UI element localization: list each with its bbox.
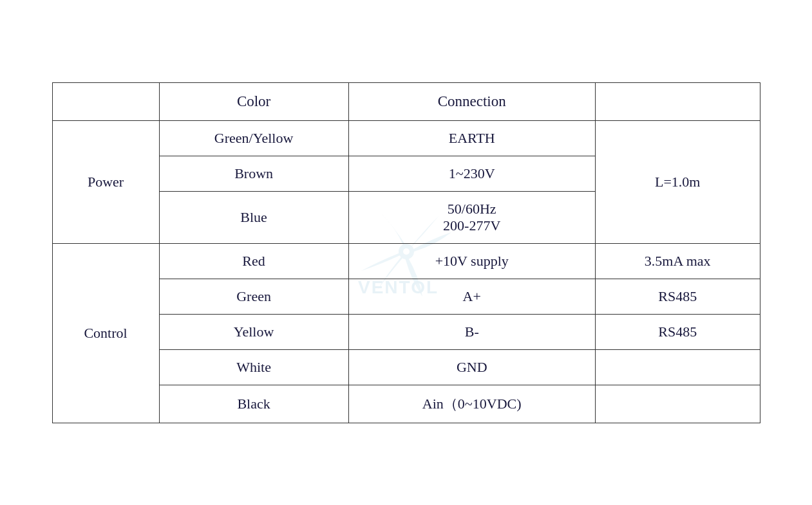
wire-connection-white: GND <box>348 349 595 385</box>
table-row: Power Green/Yellow EARTH L=1.0m <box>52 120 760 156</box>
wire-connection-black: Ain（0~10VDC) <box>348 385 595 423</box>
wiring-table: Color Connection Power Green/Yellow EART… <box>52 82 760 423</box>
table-header-row: Color Connection <box>52 82 760 120</box>
header-category <box>52 82 159 120</box>
wire-color-black: Black <box>159 385 348 423</box>
category-power: Power <box>52 120 159 243</box>
table-row: Control Red +10V supply 3.5mA max <box>52 243 760 279</box>
wire-color-blue: Blue <box>159 191 348 243</box>
wire-note-length: L=1.0m <box>595 120 760 243</box>
wire-note-rs485-yellow: RS485 <box>595 314 760 349</box>
header-connection: Connection <box>348 82 595 120</box>
wire-color-brown: Brown <box>159 156 348 191</box>
wire-color-green-yellow: Green/Yellow <box>159 120 348 156</box>
header-color: Color <box>159 82 348 120</box>
wire-color-green: Green <box>159 279 348 314</box>
wire-note-rs485-green: RS485 <box>595 279 760 314</box>
wire-connection-green: A+ <box>348 279 595 314</box>
wire-color-white: White <box>159 349 348 385</box>
wire-color-red: Red <box>159 243 348 279</box>
category-control: Control <box>52 243 159 423</box>
wire-connection-red: +10V supply <box>348 243 595 279</box>
table-wrapper: VENTOL Color Connection Power Green/Yell… <box>52 82 760 423</box>
wire-connection-yellow: B- <box>348 314 595 349</box>
wire-connection-earth: EARTH <box>348 120 595 156</box>
wire-color-yellow: Yellow <box>159 314 348 349</box>
header-note <box>595 82 760 120</box>
wire-connection-blue: 50/60Hz200-277V <box>348 191 595 243</box>
wire-note-white <box>595 349 760 385</box>
wire-note-black <box>595 385 760 423</box>
wire-note-3_5ma: 3.5mA max <box>595 243 760 279</box>
wire-connection-brown: 1~230V <box>348 156 595 191</box>
